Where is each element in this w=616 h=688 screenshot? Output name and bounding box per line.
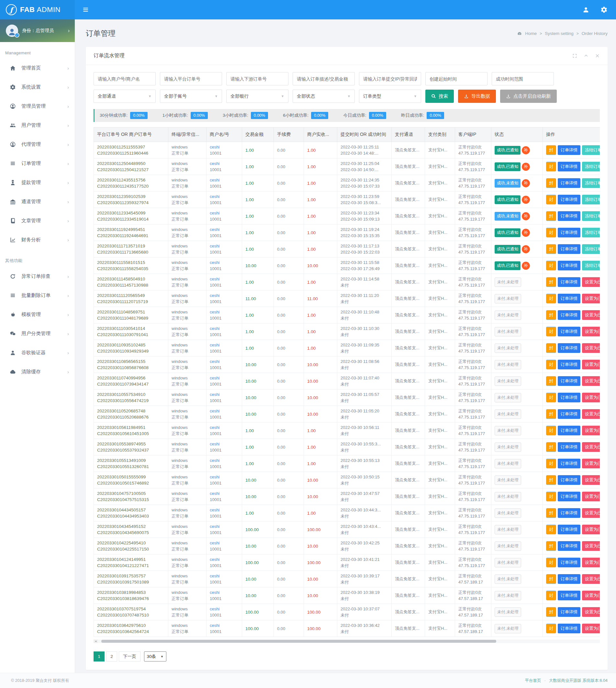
expand-icon[interactable] [572, 53, 577, 58]
merchant-link[interactable]: ceshi [210, 507, 239, 513]
seal-order-button[interactable]: 封 [546, 211, 556, 221]
horizontal-scrollbar[interactable]: ◂ [93, 640, 600, 643]
resend-notify-button[interactable]: 补 [522, 146, 530, 154]
search-button[interactable]: 搜索 [425, 90, 454, 103]
seal-order-button[interactable]: 封 [546, 525, 556, 534]
seal-order-button[interactable]: 封 [546, 360, 556, 369]
close-icon[interactable] [595, 53, 600, 58]
merchant-link[interactable]: ceshi [210, 342, 239, 348]
order-detail-button[interactable]: 订单详情 [558, 376, 580, 386]
merchant-link[interactable]: ceshi [210, 457, 239, 463]
resend-notify-button[interactable]: 补 [522, 229, 530, 237]
order-detail-button[interactable]: 订单详情 [558, 162, 580, 171]
seal-order-button[interactable]: 封 [546, 228, 556, 237]
order-detail-button[interactable]: 订单详情 [558, 574, 580, 584]
resend-notify-button[interactable]: 补 [522, 245, 530, 253]
logo[interactable]: ƒ FABADMIN [0, 0, 75, 19]
merchant-link[interactable]: ceshi [210, 573, 239, 579]
breadcrumb-home[interactable]: Home [525, 31, 537, 36]
seal-order-button[interactable]: 封 [546, 195, 556, 204]
order-detail-button[interactable]: 订单详情 [558, 310, 580, 320]
order-detail-button[interactable]: 订单详情 [558, 492, 580, 501]
set-paid-button[interactable]: 设置为已支付 [582, 294, 600, 303]
page-button-1[interactable]: 1 [93, 651, 105, 662]
set-paid-button[interactable]: 设置为已支付 [582, 591, 600, 600]
order-detail-button[interactable]: 订单详情 [558, 541, 580, 551]
seal-order-button[interactable]: 封 [546, 459, 556, 468]
filter-input-4[interactable] [359, 72, 421, 85]
sidebar-item-系统设置[interactable]: 系统设置› [0, 78, 75, 97]
set-paid-button[interactable]: 设置为已支付 [582, 624, 600, 633]
seal-order-button[interactable]: 封 [546, 591, 556, 600]
seal-order-button[interactable]: 封 [546, 492, 556, 501]
set-paid-button[interactable]: 设置为已支付 [582, 492, 600, 501]
merchant-link[interactable]: ceshi [210, 144, 239, 150]
set-paid-button[interactable]: 设置为已支付 [582, 327, 600, 337]
set-paid-button[interactable]: 设置为已支付 [582, 541, 600, 551]
seal-order-button[interactable]: 封 [546, 508, 556, 518]
per-page-select[interactable]: 30条 ▼ [144, 651, 167, 662]
merchant-link[interactable]: ceshi [210, 606, 239, 612]
seal-order-button[interactable]: 封 [546, 310, 556, 320]
merchant-link[interactable]: ceshi [210, 589, 239, 596]
sidebar-item-异常订单排查[interactable]: 异常订单排查› [0, 267, 75, 286]
seal-order-button[interactable]: 封 [546, 607, 556, 617]
profile-toggle[interactable]: ✓ 身份：总管理员 › [0, 19, 75, 42]
breadcrumb-section[interactable]: System setting [545, 31, 574, 36]
resend-notify-button[interactable]: 补 [522, 196, 530, 204]
merchant-link[interactable]: ceshi [210, 259, 239, 266]
seal-order-button[interactable]: 封 [546, 244, 556, 254]
merchant-link[interactable]: ceshi [210, 408, 239, 414]
seal-order-button[interactable]: 封 [546, 409, 556, 419]
merchant-link[interactable]: ceshi [210, 359, 239, 365]
order-detail-button[interactable]: 订单详情 [558, 442, 580, 452]
order-detail-button[interactable]: 订单详情 [558, 327, 580, 337]
set-paid-button[interactable]: 设置为已支付 [582, 409, 600, 419]
order-detail-button[interactable]: 订单详情 [558, 409, 580, 419]
order-detail-button[interactable]: 订单详情 [558, 178, 580, 188]
filter-input-3[interactable] [293, 72, 355, 85]
sidebar-item-财务分析[interactable]: 财务分析› [0, 230, 75, 249]
set-paid-button[interactable]: 设置为已支付 [582, 426, 600, 435]
auto-refresh-button[interactable]: 点击开启自动刷新 [500, 90, 557, 103]
sidebar-item-清除缓存[interactable]: 清除缓存› [0, 362, 75, 381]
freeze-order-button[interactable]: 冻结订单 [582, 145, 600, 155]
order-detail-button[interactable]: 订单详情 [558, 294, 580, 303]
merchant-link[interactable]: ceshi [210, 622, 239, 628]
seal-order-button[interactable]: 封 [546, 294, 556, 303]
seal-order-button[interactable]: 封 [546, 178, 556, 188]
filter-select-0[interactable]: 全部通道▼ [93, 90, 156, 103]
sidebar-item-代理管理[interactable]: 代理管理› [0, 135, 75, 154]
order-detail-button[interactable]: 订单详情 [558, 525, 580, 534]
sidebar-item-谷歌验证器[interactable]: 谷歌验证器› [0, 343, 75, 362]
gear-icon[interactable] [600, 6, 608, 13]
scrollbar-thumb[interactable] [101, 640, 496, 643]
freeze-order-button[interactable]: 冻结订单 [582, 162, 600, 171]
order-detail-button[interactable]: 订单详情 [558, 607, 580, 617]
merchant-link[interactable]: ceshi [210, 375, 239, 381]
resend-notify-button[interactable]: 补 [522, 179, 530, 187]
filter-input-1[interactable] [160, 72, 222, 85]
sidebar-item-用户分类管理[interactable]: 用户分类管理› [0, 324, 75, 343]
order-detail-button[interactable]: 订单详情 [558, 244, 580, 254]
set-paid-button[interactable]: 设置为已支付 [582, 376, 600, 386]
set-paid-button[interactable]: 设置为已支付 [582, 360, 600, 369]
seal-order-button[interactable]: 封 [546, 574, 556, 584]
order-detail-button[interactable]: 订单详情 [558, 591, 580, 600]
order-detail-button[interactable]: 订单详情 [558, 343, 580, 353]
scroll-left-arrow-icon[interactable]: ◂ [93, 640, 98, 643]
sidebar-item-通道管理[interactable]: 通道管理› [0, 192, 75, 211]
set-paid-button[interactable]: 设置为已支付 [582, 459, 600, 468]
merchant-link[interactable]: ceshi [210, 210, 239, 216]
merchant-link[interactable]: ceshi [210, 540, 239, 546]
page-button-2[interactable]: 2 [106, 651, 117, 662]
sidebar-item-批量删除订单[interactable]: 批量删除订单› [0, 286, 75, 305]
freeze-order-button[interactable]: 冻结订单 [582, 228, 600, 237]
collapse-icon[interactable] [584, 53, 589, 58]
merchant-link[interactable]: ceshi [210, 474, 239, 480]
order-detail-button[interactable]: 订单详情 [558, 360, 580, 369]
merchant-link[interactable]: ceshi [210, 160, 239, 166]
order-detail-button[interactable]: 订单详情 [558, 508, 580, 518]
seal-order-button[interactable]: 封 [546, 145, 556, 155]
merchant-link[interactable]: ceshi [210, 226, 239, 233]
